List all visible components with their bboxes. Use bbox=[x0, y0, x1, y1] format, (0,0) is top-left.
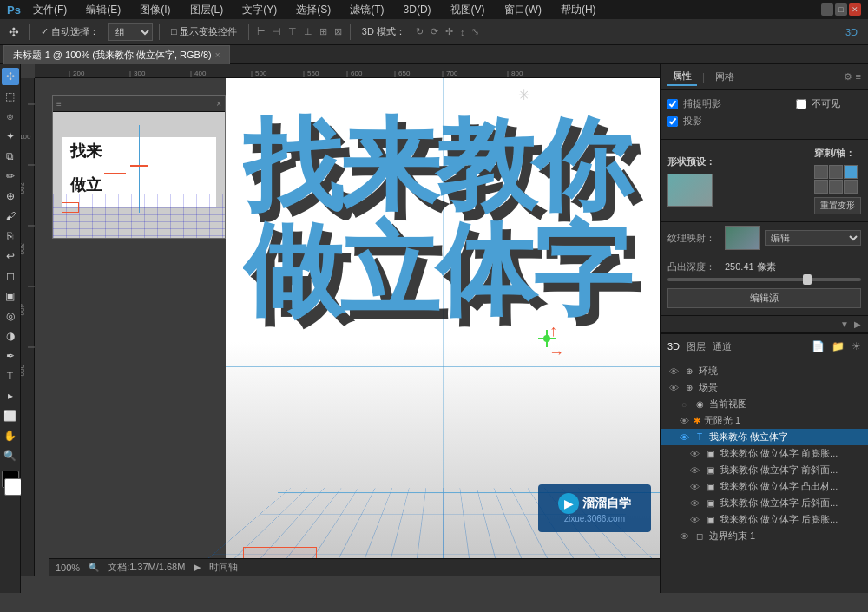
clone-tool-btn[interactable]: ⎘ bbox=[2, 227, 19, 245]
eye-icon-7[interactable]: 👁 bbox=[688, 482, 700, 492]
zoom-icon[interactable]: 🔍 bbox=[89, 563, 99, 572]
tree-item-front-inflate[interactable]: 👁 ▣ 我来教你 做立体字 前膨胀... bbox=[661, 445, 868, 462]
eye-icon-1[interactable]: 👁 bbox=[667, 383, 680, 393]
tab-close-button[interactable]: × bbox=[215, 50, 220, 60]
tree-item-environment[interactable]: 👁 ⊕ 环境 bbox=[661, 363, 868, 379]
layers-panel-tab[interactable]: 图层 bbox=[687, 340, 706, 353]
tree-item-text-layer[interactable]: 👁 T 我来教你 做立体字 bbox=[661, 429, 868, 445]
collapse-all-icon[interactable]: ▼ bbox=[840, 319, 849, 329]
3d-rotate-icon[interactable]: ↻ bbox=[414, 26, 425, 37]
folder-icon[interactable]: 📁 bbox=[832, 340, 845, 352]
props-collapse-icon[interactable]: ≡ bbox=[856, 71, 861, 82]
sun-icon[interactable]: ✳ bbox=[518, 87, 529, 103]
gradient-tool-btn[interactable]: ▣ bbox=[2, 287, 19, 305]
menu-file[interactable]: 文件(F) bbox=[26, 1, 74, 19]
tree-item-extrude-mat[interactable]: 👁 ▣ 我来教你 做立体字 凸出材... bbox=[661, 478, 868, 495]
minimize-button[interactable]: ─ bbox=[821, 3, 833, 16]
shape-tool-btn[interactable]: ⬜ bbox=[2, 407, 19, 424]
eye-icon-2[interactable]: ○ bbox=[678, 399, 690, 410]
menu-image[interactable]: 图像(I) bbox=[133, 1, 177, 19]
auto-select-dropdown[interactable]: 组图层 bbox=[108, 23, 153, 41]
shape-cell-6[interactable] bbox=[844, 180, 858, 194]
menu-edit[interactable]: 编辑(E) bbox=[79, 1, 128, 19]
zoom-tool-btn[interactable]: 🔍 bbox=[2, 447, 19, 464]
tree-item-scene[interactable]: 👁 ⊕ 场景 bbox=[661, 379, 868, 396]
arrow-icon[interactable]: ▶ bbox=[194, 562, 201, 573]
menu-view[interactable]: 视图(V) bbox=[444, 1, 492, 19]
tree-item-front-bevel[interactable]: 👁 ▣ 我来教你 做立体字 前斜面... bbox=[661, 462, 868, 478]
menu-filter[interactable]: 滤镜(T) bbox=[343, 1, 391, 19]
eye-icon-0[interactable]: 👁 bbox=[667, 366, 680, 377]
props-settings-icon[interactable]: ⚙ bbox=[844, 71, 852, 82]
extrusion-thumb[interactable] bbox=[803, 274, 812, 285]
texture-map-select[interactable]: 编辑 bbox=[765, 230, 861, 246]
reset-shape-button[interactable]: 重置变形 bbox=[814, 197, 861, 214]
pen-tool-btn[interactable]: ✒ bbox=[2, 347, 19, 365]
align-right-icon[interactable]: ⊤ bbox=[286, 26, 299, 37]
menu-layer[interactable]: 图层(L) bbox=[183, 1, 231, 19]
maximize-button[interactable]: □ bbox=[835, 3, 847, 16]
properties-tab[interactable]: 属性 bbox=[667, 68, 697, 86]
text-tool-btn[interactable]: T bbox=[2, 367, 19, 385]
thumbnail-panel[interactable]: ≡ × 找来 做立 bbox=[52, 95, 226, 239]
wand-tool-btn[interactable]: ✦ bbox=[2, 128, 19, 145]
align-center-icon[interactable]: ⊣ bbox=[271, 26, 283, 37]
3d-pan-icon[interactable]: ✢ bbox=[444, 26, 455, 37]
invisible-checkbox[interactable] bbox=[796, 99, 806, 109]
distribute-icon[interactable]: ⊠ bbox=[332, 26, 344, 37]
canvas-content[interactable]: ≡ × 找来 做立 bbox=[35, 78, 660, 576]
shape-cell-4[interactable] bbox=[814, 180, 828, 194]
scene-tree[interactable]: 👁 ⊕ 环境 👁 ⊕ 场景 ○ ◉ 当前视图 👁 ✱ 无限光 1 bbox=[661, 359, 868, 593]
shape-preview[interactable] bbox=[667, 174, 713, 207]
close-button[interactable]: ✕ bbox=[849, 3, 861, 16]
move-tool-btn[interactable]: ✣ bbox=[2, 68, 19, 85]
show-transform-label[interactable]: □ 显示变换控件 bbox=[166, 23, 242, 40]
extrusion-slider[interactable] bbox=[667, 278, 861, 281]
crop-tool-btn[interactable]: ⧉ bbox=[2, 148, 19, 165]
blur-tool-btn[interactable]: ◎ bbox=[2, 307, 19, 325]
document-tab[interactable]: 未标题-1 @ 100% (我来教你 做立体字, RGB/8) × bbox=[3, 45, 230, 64]
shape-cell-1[interactable] bbox=[814, 165, 828, 179]
eye-icon-10[interactable]: 👁 bbox=[678, 531, 690, 542]
tree-item-current-view[interactable]: ○ ◉ 当前视图 bbox=[661, 396, 868, 412]
capture-shadow-checkbox[interactable] bbox=[667, 99, 678, 109]
menu-text[interactable]: 文字(Y) bbox=[235, 1, 284, 19]
bg-color-btn[interactable] bbox=[4, 478, 22, 496]
move-tool-icon[interactable]: ✣ bbox=[5, 23, 23, 41]
menu-select[interactable]: 选择(S) bbox=[289, 1, 338, 19]
channels-panel-tab[interactable]: 通道 bbox=[713, 340, 732, 353]
light-icon[interactable]: ☀ bbox=[852, 340, 861, 352]
eye-icon-6[interactable]: 👁 bbox=[688, 465, 700, 476]
align-bottom-icon[interactable]: ⊞ bbox=[318, 26, 329, 37]
shape-cell-3[interactable] bbox=[844, 165, 858, 179]
dodge-tool-btn[interactable]: ◑ bbox=[2, 327, 19, 345]
tree-item-boundary[interactable]: 👁 ◻ 边界约束 1 bbox=[661, 528, 868, 544]
lasso-tool-btn[interactable]: ⌾ bbox=[2, 108, 19, 125]
eyedropper-tool-btn[interactable]: ✏ bbox=[2, 168, 19, 185]
extrude-depth-value[interactable]: 250.41 像素 bbox=[725, 260, 861, 273]
expand-all-icon[interactable]: ▶ bbox=[854, 319, 861, 329]
eye-icon-4[interactable]: 👁 bbox=[678, 432, 690, 443]
eye-icon-9[interactable]: 👁 bbox=[688, 515, 700, 525]
tree-item-light1[interactable]: 👁 ✱ 无限光 1 bbox=[661, 412, 868, 429]
align-left-icon[interactable]: ⊢ bbox=[255, 26, 267, 37]
3d-roll-icon[interactable]: ⟳ bbox=[429, 26, 440, 37]
texture-thumbnail[interactable] bbox=[725, 226, 760, 250]
eye-icon-5[interactable]: 👁 bbox=[688, 449, 700, 459]
eye-icon-3[interactable]: 👁 bbox=[678, 416, 690, 426]
menu-3d[interactable]: 3D(D) bbox=[397, 2, 438, 17]
3d-scale-icon[interactable]: ⤡ bbox=[470, 26, 481, 37]
3d-scene[interactable]: 找来教你 做立体字 找来教你 做立体字 → → bbox=[226, 78, 660, 558]
edit-source-button[interactable]: 编辑源 bbox=[667, 288, 861, 308]
menu-window[interactable]: 窗口(W) bbox=[497, 1, 549, 19]
mesh-tab[interactable]: 网格 bbox=[710, 69, 740, 85]
path-select-btn[interactable]: ▸ bbox=[2, 387, 19, 405]
history-tool-btn[interactable]: ↩ bbox=[2, 247, 19, 265]
3d-slide-icon[interactable]: ↕ bbox=[458, 27, 467, 37]
3d-panel-tab[interactable]: 3D bbox=[667, 341, 680, 352]
eraser-tool-btn[interactable]: ◻ bbox=[2, 267, 19, 285]
shape-cell-5[interactable] bbox=[829, 180, 843, 194]
hand-tool-btn[interactable]: ✋ bbox=[2, 427, 19, 444]
eye-icon-8[interactable]: 👁 bbox=[688, 498, 700, 509]
tree-item-back-bevel[interactable]: 👁 ▣ 我来教你 做立体字 后斜面... bbox=[661, 495, 868, 511]
